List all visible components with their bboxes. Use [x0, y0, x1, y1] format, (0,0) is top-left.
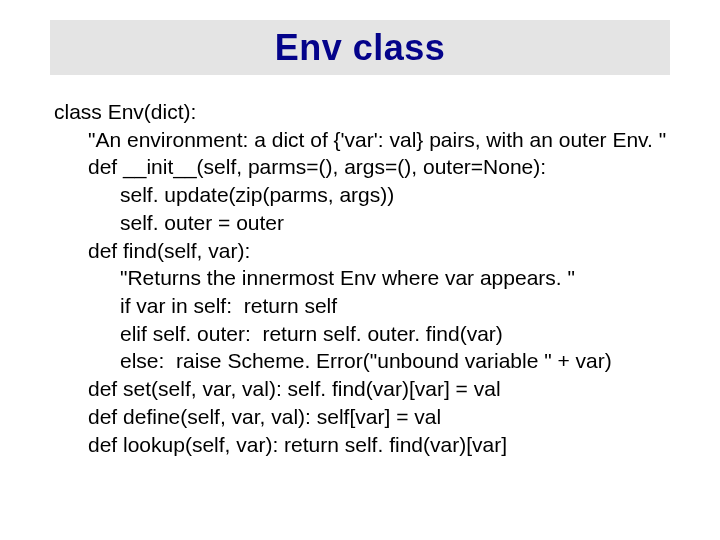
code-line: def define(self, var, val): self[var] = …	[54, 403, 674, 431]
code-line: def __init__(self, parms=(), args=(), ou…	[54, 153, 674, 181]
code-line: def set(self, var, val): self. find(var)…	[54, 375, 674, 403]
code-line: if var in self: return self	[54, 292, 674, 320]
code-line: "An environment: a dict of {'var': val} …	[54, 126, 674, 154]
code-line: self. outer = outer	[54, 209, 674, 237]
title-band: Env class	[50, 20, 670, 75]
code-line: def find(self, var):	[54, 237, 674, 265]
code-line: def lookup(self, var): return self. find…	[54, 431, 674, 459]
code-line: else: raise Scheme. Error("unbound varia…	[54, 347, 674, 375]
code-line: self. update(zip(parms, args))	[54, 181, 674, 209]
code-line: "Returns the innermost Env where var app…	[54, 264, 674, 292]
code-block: class Env(dict): "An environment: a dict…	[54, 98, 674, 458]
code-line: elif self. outer: return self. outer. fi…	[54, 320, 674, 348]
code-line: class Env(dict):	[54, 98, 674, 126]
slide-title: Env class	[275, 27, 446, 69]
slide: Env class class Env(dict): "An environme…	[0, 0, 720, 540]
